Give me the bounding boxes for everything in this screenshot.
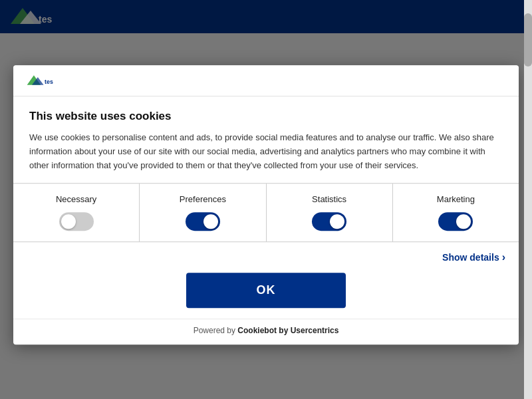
- svg-text:tes: tes: [45, 78, 53, 85]
- modal-description: We use cookies to personalise content an…: [29, 131, 503, 172]
- marketing-toggle-thumb: [456, 215, 471, 229]
- powered-by-name: Cookiebot by Usercentrics: [237, 327, 338, 336]
- preferences-toggle-thumb: [203, 215, 218, 229]
- powered-by-bar: Powered by Cookiebot by Usercentrics: [13, 319, 519, 345]
- category-necessary: Necessary: [13, 184, 140, 242]
- modal-logo-bar: tes: [13, 65, 519, 96]
- modal-body: This website uses cookies We use cookies…: [13, 96, 519, 183]
- category-preferences: Preferences: [140, 184, 266, 242]
- necessary-toggle-thumb: [61, 215, 76, 229]
- ok-row: OK: [13, 273, 519, 319]
- statistics-label: Statistics: [312, 195, 346, 205]
- marketing-toggle[interactable]: [438, 213, 473, 231]
- preferences-toggle[interactable]: [186, 213, 220, 231]
- marketing-label: Marketing: [437, 195, 475, 205]
- scrollbar-thumb[interactable]: [524, 13, 532, 66]
- show-details-label: Show details: [442, 253, 499, 263]
- cookie-categories-row: Necessary Preferences Statistics Marketi…: [13, 184, 519, 243]
- ok-button[interactable]: OK: [186, 273, 346, 309]
- show-details-button[interactable]: Show details ›: [442, 252, 505, 264]
- category-statistics: Statistics: [267, 184, 393, 242]
- powered-by-prefix: Powered by: [194, 327, 238, 336]
- preferences-label: Preferences: [180, 195, 226, 205]
- necessary-toggle[interactable]: [59, 213, 94, 231]
- necessary-label: Necessary: [56, 195, 96, 205]
- modal-title: This website uses cookies: [29, 110, 503, 123]
- statistics-toggle-thumb: [330, 215, 344, 229]
- category-marketing: Marketing: [393, 184, 519, 242]
- show-details-row: Show details ›: [13, 243, 519, 273]
- cookie-consent-modal: tes This website uses cookies We use coo…: [13, 65, 519, 344]
- modal-logo-icon: tes: [27, 73, 66, 88]
- chevron-right-icon: ›: [502, 252, 505, 264]
- scrollbar[interactable]: [524, 0, 532, 399]
- statistics-toggle[interactable]: [312, 213, 346, 231]
